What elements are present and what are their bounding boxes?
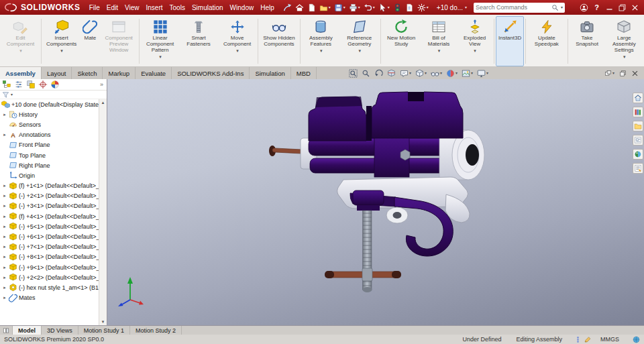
ribbon-large-assembly-settings-button[interactable]: Large Assembly Settings▾: [605, 16, 643, 66]
graphics-viewport[interactable]: [107, 79, 644, 325]
tree-item-6-1-default-default-d[interactable]: ▸(-) +6<1> (Default<<Default>_D: [0, 231, 99, 241]
close-document-button[interactable]: [631, 70, 639, 77]
doc-tab-3d-views[interactable]: 3D Views: [42, 326, 78, 335]
tree-item-8-1-default-default-d[interactable]: ▸(-) +8<1> (Default<<Default>_D: [0, 252, 99, 262]
titlebar-select-cursor-button[interactable]: ▾: [377, 3, 391, 13]
ribbon-assembly-features-button[interactable]: Assembly Features▾: [302, 16, 340, 66]
tree-item-annotations[interactable]: ▸AAnnotations: [0, 130, 99, 140]
viewport-zoom-area-button[interactable]: [360, 68, 372, 78]
viewport-zoom-fit-button[interactable]: [347, 68, 359, 78]
tree-item-front-plane[interactable]: Front Plane: [0, 140, 99, 150]
menu-file[interactable]: File: [86, 2, 103, 13]
viewport-annotation-views-button[interactable]: ▾: [398, 68, 413, 78]
viewport-display-style-button[interactable]: ▾: [414, 68, 428, 78]
ribbon-mate-button[interactable]: Mate: [80, 16, 100, 66]
window-close-button[interactable]: [629, 3, 641, 13]
ribbon-reference-geometry-button[interactable]: Reference Geometry▾: [340, 16, 378, 66]
tree-item-3-1-default-default-d[interactable]: ▸(-) +3<1> (Default<<Default>_D: [0, 201, 99, 211]
tree-item-history[interactable]: ▸History: [0, 109, 99, 119]
panel-tab-configuration-manager[interactable]: [26, 80, 36, 89]
assembly-model[interactable]: [107, 79, 644, 325]
titlebar-file-properties-button[interactable]: [404, 3, 415, 13]
taskpane-custom-properties-button[interactable]: [633, 163, 643, 174]
taskpane-resources-home-button[interactable]: [633, 93, 643, 103]
help-button[interactable]: ?: [592, 3, 602, 11]
tab-assembly[interactable]: Assembly: [0, 67, 42, 79]
ribbon-bill-of-materials-button[interactable]: Bill of Materials▾: [421, 16, 457, 66]
tab-solidworks-add-ins[interactable]: SOLIDWORKS Add-Ins: [172, 67, 250, 79]
tab-scroll-control[interactable]: [0, 326, 13, 335]
tab-sketch[interactable]: Sketch: [72, 67, 103, 79]
tab-simulation[interactable]: Simulation: [250, 67, 290, 79]
tree-item-right-plane[interactable]: Right Plane: [0, 160, 99, 170]
taskpane-view-palette-button[interactable]: [633, 135, 643, 146]
tree-item-sensors[interactable]: Sensors: [0, 119, 99, 129]
window-minimize-button[interactable]: [604, 3, 615, 13]
tree-item-f-4-1-default-default-d[interactable]: ▸(f) +4<1> (Default<<Default>_D: [0, 211, 99, 221]
viewport-edit-appearance-button[interactable]: ▾: [445, 68, 459, 78]
panel-tab-display-manager[interactable]: [50, 80, 60, 89]
search-dropdown-arrow-icon[interactable]: ▾: [561, 5, 563, 9]
doc-tab-model[interactable]: Model: [13, 326, 42, 335]
restore-document-button[interactable]: [619, 70, 627, 77]
ribbon-move-component-button[interactable]: Move Component▾: [218, 16, 257, 66]
tab-markup[interactable]: Markup: [103, 67, 136, 79]
units-selector[interactable]: MMGS: [600, 336, 619, 343]
viewport-hide-show-button[interactable]: ▾: [429, 68, 443, 78]
tree-item-f-1-1-default-default-d[interactable]: ▸(f) +1<1> (Default<<Default>_D: [0, 181, 99, 191]
tree-item-origin[interactable]: Origin: [0, 170, 99, 180]
taskpane-appearances-sphere-button[interactable]: [633, 149, 643, 160]
titlebar-undo-button[interactable]: ▾: [362, 3, 376, 13]
tab-layout[interactable]: Layout: [42, 67, 72, 79]
window-restore-button[interactable]: [616, 3, 628, 13]
titlebar-open-folder-button[interactable]: ▾: [318, 3, 332, 13]
titlebar-save-button[interactable]: ▾: [333, 3, 347, 13]
ribbon-exploded-view-button[interactable]: Exploded View▾: [457, 16, 492, 66]
tree-item-hex-nut-style-1-am-1-b18[interactable]: ▸(-) hex nut style 1_am<1> (B18: [0, 282, 99, 292]
viewport-apply-scene-button[interactable]: ▾: [460, 68, 474, 78]
tree-item-mates[interactable]: ▸Mates: [0, 293, 99, 303]
menu-tools[interactable]: Tools: [166, 2, 189, 13]
login-button[interactable]: [578, 3, 590, 13]
menu-simulation[interactable]: Simulation: [189, 2, 227, 13]
titlebar-print-button[interactable]: ▾: [347, 3, 362, 13]
document-switcher[interactable]: +10 do... ▾: [437, 4, 467, 11]
titlebar-rebuild-button[interactable]: [392, 3, 403, 13]
window-menu-button[interactable]: ▾: [604, 70, 614, 77]
tree-item-9-1-default-default-d[interactable]: ▸(-) +9<1> (Default<<Default>_D: [0, 262, 99, 272]
scroll-up-icon[interactable]: ▲: [101, 101, 105, 105]
taskpane-design-library-button[interactable]: [633, 107, 643, 117]
viewport-view-settings-button[interactable]: ▾: [476, 68, 490, 78]
menu-edit[interactable]: Edit: [103, 2, 121, 13]
tree-scrollbar[interactable]: ▲ ▼: [99, 99, 107, 325]
doc-tab-motion-study-2[interactable]: Motion Study 2: [130, 326, 182, 335]
viewport-section-view-button[interactable]: [386, 68, 397, 78]
titlebar-options-gear-button[interactable]: ▾: [416, 3, 430, 13]
tree-root[interactable]: +10 done (Default<Display State-1: [0, 99, 99, 109]
tree-item-2-2-default-default-d[interactable]: ▸(-) +2<2> (Default<<Default>_D: [0, 272, 99, 282]
menu-view[interactable]: View: [121, 2, 143, 13]
menu-window[interactable]: Window: [227, 2, 258, 13]
search-input[interactable]: [476, 4, 550, 11]
tab-mbd[interactable]: MBD: [291, 67, 317, 79]
ribbon-instant3d-button[interactable]: Instant3D: [496, 16, 524, 66]
panel-tab-feature-manager[interactable]: [2, 80, 11, 89]
tree-item-2-1-default-default-d[interactable]: ▸(-) +2<1> (Default<<Default>_D: [0, 191, 99, 201]
ribbon-insert-components-button[interactable]: Insert Components▾: [43, 16, 80, 66]
ribbon-take-snapshot-button[interactable]: Take Snapshot: [569, 16, 604, 66]
tree-item-7-1-default-default-d[interactable]: ▸(-) +7<1> (Default<<Default>_D: [0, 242, 99, 252]
ribbon-smart-fasteners-button[interactable]: Smart Fasteners: [179, 16, 218, 66]
panel-tab-property-manager[interactable]: [14, 80, 23, 89]
taskpane-file-explorer-button[interactable]: [633, 121, 643, 131]
ribbon-show-hidden-components-button[interactable]: Show Hidden Components: [260, 16, 299, 66]
panel-expand-chevron[interactable]: »: [100, 81, 105, 88]
titlebar-home-button[interactable]: [294, 3, 305, 13]
panel-tab-dimxpert[interactable]: [38, 80, 48, 89]
tree-item-top-plane[interactable]: Top Plane: [0, 150, 99, 160]
tab-evaluate[interactable]: Evaluate: [136, 67, 172, 79]
viewport-previous-view-button[interactable]: [373, 68, 384, 78]
tree-filter[interactable]: ▾: [0, 91, 107, 99]
ribbon-update-speedpak-button[interactable]: Update Speedpak: [527, 16, 566, 66]
menu-insert[interactable]: Insert: [143, 2, 166, 13]
doc-tab-motion-study-1[interactable]: Motion Study 1: [78, 326, 130, 335]
